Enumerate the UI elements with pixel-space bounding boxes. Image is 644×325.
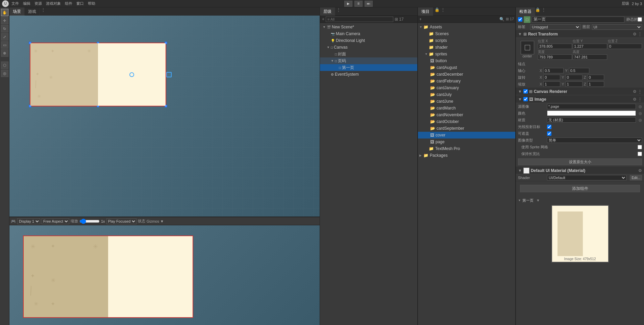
project-item-cardjune[interactable]: 📂 cardJune [418,98,515,105]
tool-scale[interactable]: ⤢ [1,33,8,41]
hierarchy-item-newscene[interactable]: ▼ 🎬 New Scene* [320,24,417,30]
project-item-sprites[interactable]: ▼ 📁 sprites [418,51,515,57]
rot-z-field[interactable] [587,75,604,80]
edit-shader-btn[interactable]: Edit... [630,175,642,180]
tool-rotate[interactable]: ↻ [1,25,8,32]
hierarchy-item-light[interactable]: 💡 Directional Light [320,37,417,44]
zoom-slider[interactable] [79,219,100,224]
width-field[interactable] [538,54,572,60]
pivot-marker[interactable] [129,72,134,77]
rot-y-field[interactable] [566,75,583,80]
play-button[interactable]: ▶ [344,1,352,7]
aspect-select[interactable]: Free Aspect [42,218,69,224]
rect-transform-header[interactable]: ▼ ⊞ Rect Transform ⚙ ⋮ [516,30,644,38]
hierarchy-options[interactable]: ⋮ [335,7,342,15]
cr-enabled[interactable] [523,89,528,94]
scene-options[interactable]: ⋮ [40,7,47,15]
pos-y-field[interactable] [573,44,607,49]
menu-component[interactable]: 组件 [65,1,72,6]
menu-file[interactable]: 文件 [11,1,19,6]
material-field[interactable] [547,117,636,123]
color-picker-btn[interactable]: ◎ [639,111,642,116]
menu-help[interactable]: 帮助 [88,1,95,6]
hierarchy-item-eventsystem[interactable]: ⚙ EventSystem [320,71,417,78]
maskable-checkbox[interactable] [547,131,551,136]
rect-more[interactable]: ⋮ [638,32,642,36]
tool-pivot[interactable]: ⬡ [1,61,8,69]
project-item-cover[interactable]: 🖼 cover [418,132,515,139]
scale-z-field[interactable] [587,81,604,87]
menu-window[interactable]: 窗口 [76,1,84,6]
object-name-field[interactable] [532,17,624,23]
scale-x-field[interactable] [543,81,560,87]
use-sprite-checkbox[interactable] [638,145,642,149]
tool-hand[interactable]: ✋ [1,9,8,16]
menu-assets[interactable]: 资源 [34,1,42,6]
image-type-select[interactable]: 简单 [547,138,642,143]
project-options[interactable]: ⋮ [440,7,446,15]
layout-dropdown[interactable]: 2 by 3 [632,2,642,6]
project-item-textmeshpro[interactable]: 📁 TextMesh Pro [418,145,515,152]
tool-transform[interactable]: ⊕ [1,49,8,57]
mat-gear[interactable]: ⚙ [638,168,642,173]
hierarchy-item-cover[interactable]: □ 封面 [320,51,417,57]
project-item-button[interactable]: 🖼 button [418,57,515,64]
source-image-picker[interactable]: ◎ [639,104,642,109]
tab-scene[interactable]: 场景 [9,7,25,16]
canvas-renderer-header[interactable]: ▼ ⊞ Canvas Renderer ⚙ ⋮ [516,88,644,95]
color-swatch[interactable] [547,110,636,116]
preserve-checkbox[interactable] [638,152,642,156]
image-header[interactable]: ▼ 🖼 Image ⚙ ⋮ [516,96,644,103]
img-more[interactable]: ⋮ [638,97,642,102]
hierarchy-item-canvas[interactable]: ▼ □ Canvas [320,44,417,51]
pivot-x-field[interactable] [543,68,564,73]
static-checkbox[interactable] [638,17,642,22]
object-handle[interactable] [166,72,172,77]
object-icon[interactable]: □ [524,16,530,23]
inspector-lock[interactable]: 🔒 [535,7,540,15]
pos-z-field[interactable] [608,44,642,49]
object-active-checkbox[interactable] [518,17,522,22]
cr-more[interactable]: ⋮ [638,89,642,94]
hierarchy-item-pagenum[interactable]: ▼ □ 页码 [320,57,417,64]
img-enabled[interactable] [523,97,528,101]
pivot-y-field[interactable] [569,68,589,73]
project-item-cardseptember[interactable]: 📂 cardSeptember [418,125,515,132]
shader-select[interactable]: UI/Default [547,175,626,180]
project-tab[interactable]: 项目 [418,7,433,16]
rect-gear[interactable]: ⚙ [633,32,637,36]
project-item-cardjanuary[interactable]: 📂 cardJanuary [418,84,515,91]
hierarchy-search-input[interactable] [326,17,393,22]
menu-edit[interactable]: 编辑 [23,1,30,6]
tab-game[interactable]: 游戏 [25,7,40,16]
step-button[interactable]: ⏭ [365,1,373,7]
project-item-cardmarch[interactable]: 📂 cardMarch [418,105,515,111]
project-search-btn[interactable]: 🔍 [499,17,504,22]
img-gear[interactable]: ⚙ [633,97,637,102]
preview-dropdown[interactable]: ▼ [536,198,540,202]
material-header[interactable]: ▼ Default UI Material (Material) ⚙ [516,167,644,174]
rot-x-field[interactable] [543,75,560,80]
project-item-carddecember[interactable]: 📂 cardDecember [418,71,515,78]
hierarchy-item-page1[interactable]: □ 第一页 [320,64,417,71]
layer-select[interactable]: UI [592,24,642,30]
scale-y-field[interactable] [566,81,583,87]
height-field[interactable] [573,54,607,60]
layers-dropdown[interactable]: 层级 [622,1,629,6]
project-item-cardjuly[interactable]: 📂 cardJuly [418,91,515,98]
tool-rect[interactable]: ▭ [1,41,8,49]
menu-gameobject[interactable]: 游戏对象 [46,1,61,6]
inspector-options[interactable]: ⋮ [540,7,547,15]
tag-select[interactable]: Untagged [530,24,580,30]
pos-x-field[interactable] [538,44,572,49]
project-item-shader[interactable]: 📁 shader [418,44,515,51]
pause-button[interactable]: ⏸ [354,1,363,7]
inspector-tab[interactable]: 检查器 [516,7,535,16]
play-focused-select[interactable]: Play Focused [106,218,137,224]
add-component-button[interactable]: 添加组件 [520,185,640,192]
project-item-scenes[interactable]: 📁 Scenes [418,30,515,37]
project-item-assets[interactable]: ▼ 📁 Assets [418,24,515,30]
cr-gear[interactable]: ⚙ [633,89,637,94]
project-item-scripts[interactable]: 📁 scripts [418,37,515,44]
project-item-page[interactable]: 🖼 page [418,139,515,145]
